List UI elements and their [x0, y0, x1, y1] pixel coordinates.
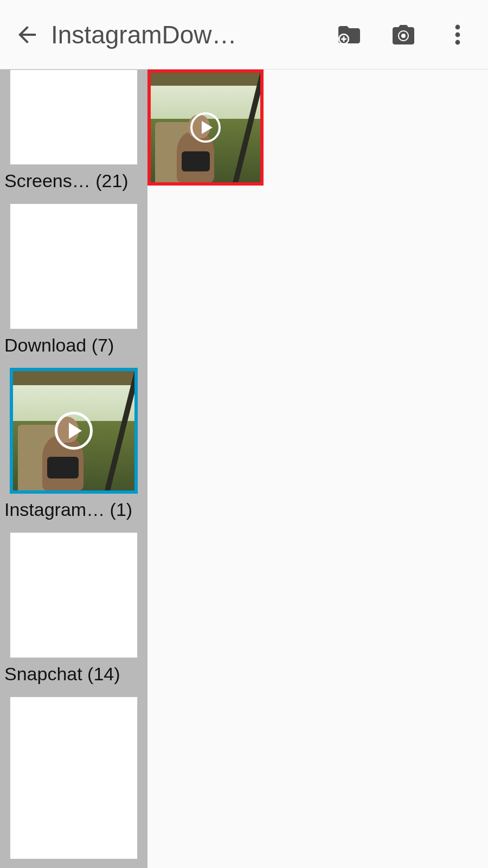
- media-grid[interactable]: [147, 69, 488, 868]
- selected-pointer-icon: [142, 421, 147, 436]
- play-icon: [55, 412, 93, 450]
- folder-label: Snapchat (14): [4, 663, 143, 685]
- play-icon: [190, 112, 221, 143]
- new-folder-icon: [336, 22, 362, 48]
- video-thumb-scene: [13, 371, 134, 490]
- folder-label: Screens… (21): [4, 170, 143, 192]
- folder-item[interactable]: Screens… (21): [0, 69, 147, 203]
- folder-thumbnail: [10, 532, 138, 658]
- folder-thumbnail: [10, 697, 138, 859]
- folder-sidebar[interactable]: Screens… (21) Download (7) Instagram… (1…: [0, 69, 147, 868]
- back-button[interactable]: [11, 18, 43, 51]
- folder-item-selected[interactable]: Instagram… (1): [0, 368, 147, 532]
- overflow-menu-button[interactable]: [442, 20, 473, 50]
- camera-icon: [390, 22, 416, 48]
- more-vert-icon: [445, 22, 471, 48]
- svg-point-4: [455, 32, 460, 37]
- folder-label: Instagram… (1): [4, 499, 143, 520]
- content-area: Screens… (21) Download (7) Instagram… (1…: [0, 69, 488, 868]
- folder-item[interactable]: [0, 697, 147, 868]
- folder-item[interactable]: Snapchat (14): [0, 532, 147, 697]
- svg-point-3: [455, 24, 460, 29]
- camera-button[interactable]: [388, 20, 419, 50]
- new-folder-button[interactable]: [334, 20, 364, 50]
- folder-thumbnail: [10, 368, 138, 494]
- folder-thumbnail: [10, 203, 138, 329]
- video-thumb-scene: [151, 73, 260, 182]
- back-arrow-icon: [14, 22, 40, 48]
- folder-thumbnail: [10, 69, 138, 165]
- folder-item[interactable]: Download (7): [0, 203, 147, 368]
- toolbar-actions: [334, 20, 473, 50]
- page-title: InstagramDow…: [51, 20, 246, 49]
- svg-point-5: [455, 40, 460, 44]
- media-item-video[interactable]: [147, 69, 264, 186]
- folder-label: Download (7): [4, 335, 143, 356]
- toolbar: InstagramDow…: [0, 0, 488, 69]
